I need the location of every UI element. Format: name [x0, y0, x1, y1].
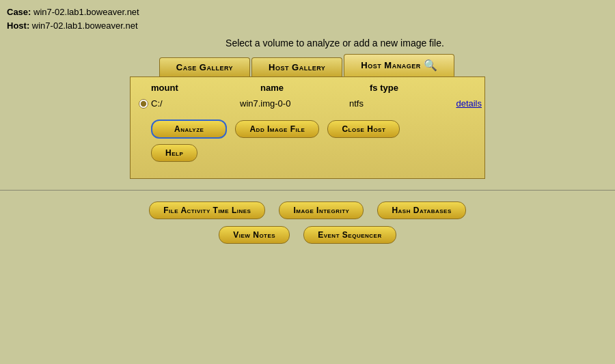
header-info: Case: win7-02.lab1.boweaver.net Host: wi…	[0, 0, 615, 35]
bottom-row-2: View Notes Event Sequencer	[219, 226, 396, 244]
tab-host-gallery[interactable]: Host Gallery	[251, 57, 342, 76]
bottom-row-1: File Activity Time Lines Image Integrity…	[149, 201, 466, 219]
content-box: mount name fs type C:/ win7.img-0-0 ntfs…	[130, 76, 485, 179]
details-link[interactable]: details	[438, 98, 493, 109]
col-fstype: fs type	[370, 83, 479, 93]
col-mount: mount	[151, 83, 260, 93]
radio-cell[interactable]	[131, 99, 151, 109]
case-label: Case:	[7, 7, 31, 17]
table-row: C:/ win7.img-0-0 ntfs details	[131, 96, 484, 111]
tabs: Case Gallery Host Gallery Host Manager 🔍	[159, 54, 456, 76]
bottom-buttons: File Activity Time Lines Image Integrity…	[0, 201, 615, 244]
buttons-area: Analyze Add Image File Close Host Help	[131, 111, 484, 167]
tab-host-manager[interactable]: Host Manager 🔍	[344, 54, 454, 76]
analyze-button[interactable]: Analyze	[151, 120, 227, 139]
file-activity-button[interactable]: File Activity Time Lines	[149, 201, 265, 219]
case-value: win7-02.lab1.boweaver.net	[33, 7, 139, 17]
col-actions	[479, 83, 534, 93]
host-line: Host: win7-02.lab1.boweaver.net	[7, 19, 608, 33]
tab-case-gallery[interactable]: Case Gallery	[159, 57, 250, 76]
help-button[interactable]: Help	[151, 144, 197, 162]
buttons-row-2: Help	[151, 144, 197, 162]
event-sequencer-button[interactable]: Event Sequencer	[303, 226, 396, 244]
subtitle: Select a volume to analyze or add a new …	[0, 38, 615, 48]
name-cell: win7.img-0-0	[240, 98, 349, 109]
divider	[0, 190, 615, 191]
view-notes-button[interactable]: View Notes	[219, 226, 290, 244]
case-line: Case: win7-02.lab1.boweaver.net	[7, 5, 608, 19]
fstype-cell: ntfs	[349, 98, 438, 109]
buttons-row-1: Analyze Add Image File Close Host	[151, 120, 400, 139]
hash-databases-button[interactable]: Hash Databases	[377, 201, 465, 219]
magnifier-icon: 🔍	[424, 59, 438, 72]
col-name: name	[260, 83, 370, 93]
close-host-button[interactable]: Close Host	[327, 120, 400, 138]
image-integrity-button[interactable]: Image Integrity	[279, 201, 364, 219]
add-image-file-button[interactable]: Add Image File	[235, 120, 319, 138]
table-header: mount name fs type	[131, 77, 484, 96]
mount-cell: C:/	[151, 98, 240, 109]
host-label: Host:	[7, 20, 29, 31]
volume-radio[interactable]	[139, 99, 148, 109]
host-value: win7-02.lab1.boweaver.net	[32, 20, 138, 31]
main-area: Case Gallery Host Gallery Host Manager 🔍…	[0, 54, 615, 179]
